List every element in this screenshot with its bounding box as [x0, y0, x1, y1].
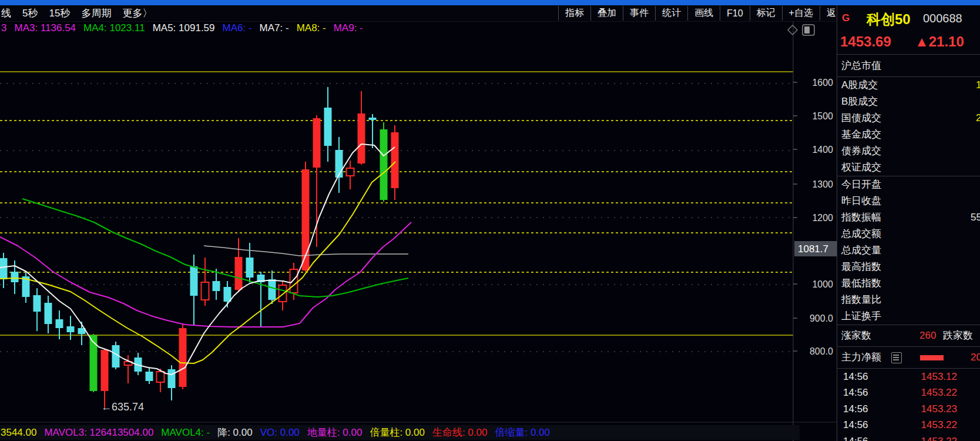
chart-toolbar: 线5秒15秒多周期更多〉 指标叠加事件统计画线F10标记+自选返回 [0, 5, 837, 22]
candle-body[interactable] [33, 295, 41, 312]
candle-body[interactable] [45, 303, 52, 324]
candle-body[interactable] [213, 281, 220, 291]
candle-body[interactable] [246, 258, 254, 278]
candle-body[interactable] [269, 279, 276, 300]
tick-time: 14:56 [843, 433, 868, 441]
indicator-token: 地量柱: 0.00 [307, 426, 363, 439]
tick-row: 14:561453.23 [837, 401, 980, 417]
menu-item-统计[interactable]: 统计 [655, 6, 687, 21]
price-change: ▲21.10 [915, 34, 964, 50]
axis-label: 1600 [812, 78, 833, 88]
menu-item-多周期[interactable]: 多周期 [81, 6, 111, 20]
ma-legend-value: MA9: - [334, 22, 363, 34]
axis-label: 800.0 [810, 346, 833, 356]
menu-item-标记[interactable]: 标记 [750, 6, 782, 21]
menu-item-F10[interactable]: F10 [720, 6, 750, 21]
menu-item-叠加[interactable]: 叠加 [590, 6, 623, 21]
candle-body[interactable] [146, 372, 153, 381]
quote-row-指数振幅: 指数振幅55 [837, 209, 980, 226]
menu-item-+自选[interactable]: +自选 [782, 6, 820, 21]
candle-body-hollow[interactable] [290, 269, 298, 293]
tick-time: 14:56 [843, 369, 868, 385]
candle-body[interactable] [101, 350, 109, 391]
candle-body[interactable] [56, 319, 63, 328]
candle-body[interactable] [11, 272, 19, 282]
ma-white [0, 144, 395, 375]
indicator-token: MAVOL4: - [161, 427, 210, 439]
indicator-token: 3544.00 [1, 427, 36, 439]
kline-chart-area[interactable]: 3MA3: 1136.54MA4: 1023.11MA5: 1091.59MA6… [0, 21, 837, 441]
menu-item-指标[interactable]: 指标 [558, 6, 590, 21]
tick-list[interactable]: 14:561453.1214:561453.2214:561453.2314:5… [837, 369, 980, 441]
tick-time: 14:56 [843, 385, 868, 400]
candle-body[interactable] [313, 118, 321, 168]
indicator-token: VO: 0.00 [260, 427, 300, 439]
menu-item-15秒[interactable]: 15秒 [49, 6, 70, 20]
menu-item-更多〉[interactable]: 更多〉 [122, 6, 152, 20]
quote-row-国债成交: 国债成交2 [837, 110, 980, 126]
axis-label: 900.0 [810, 313, 833, 323]
menu-item-线[interactable]: 线 [1, 6, 11, 20]
advancers-decliners-row: 涨家数 260 跌家数 [837, 325, 980, 347]
candle-body[interactable] [0, 258, 8, 279]
trading-terminal: 线5秒15秒多周期更多〉 指标叠加事件统计画线F10标记+自选返回 3MA3: … [0, 0, 980, 441]
detail-list-icon[interactable] [891, 352, 902, 363]
axis-label: 1200 [812, 213, 833, 223]
quote-row-label: 权证成交 [841, 162, 881, 173]
candlestick-chart[interactable]: 160015001400130012001000900.0800.01081.7… [0, 21, 837, 441]
diamond-icon[interactable] [788, 25, 797, 35]
ma-legend-value: MA3: 1136.54 [14, 22, 76, 34]
volume-indicator-legend: 3544.00MAVOL3: 126413504.00MAVOL4: -降: 0… [0, 425, 800, 440]
stock-name[interactable]: 科创50 [867, 10, 911, 29]
candle-body[interactable] [358, 113, 365, 163]
candle-body[interactable] [67, 326, 75, 332]
candle-body[interactable] [235, 257, 243, 290]
advancers-value: 260 [919, 325, 936, 346]
main-net-label: 主力净额 [841, 352, 881, 363]
candle-body[interactable] [369, 118, 377, 120]
candle-body-hollow[interactable] [279, 285, 287, 302]
menu-item-画线[interactable]: 画线 [687, 6, 720, 21]
quote-row-value: 1 [976, 77, 980, 93]
tick-price: 1453.22 [908, 433, 957, 441]
candle-body[interactable] [179, 328, 187, 387]
candle-body-hollow[interactable] [157, 372, 165, 382]
candle-body[interactable] [380, 129, 388, 200]
quote-row-label: 最高指数 [841, 261, 881, 272]
current-price-text: 1081.7 [798, 243, 828, 255]
quote-row-债券成交: 债券成交 [837, 143, 980, 159]
tick-time: 14:56 [843, 417, 868, 433]
ma-legend-value: MA4: 1023.11 [83, 22, 145, 34]
quote-row-value: 2 [976, 110, 980, 126]
stock-code: 000688 [923, 12, 962, 25]
candle-body[interactable] [168, 369, 176, 388]
candle-body[interactable] [224, 287, 231, 302]
quote-row-label: 最低指数 [841, 278, 881, 289]
menu-item-事件[interactable]: 事件 [623, 6, 655, 21]
menu-item-5秒[interactable]: 5秒 [22, 6, 38, 20]
axis-label: 1300 [812, 179, 833, 189]
candle-body[interactable] [190, 266, 198, 296]
quote-row-权证成交: 权证成交 [837, 159, 980, 176]
candle-body-hollow[interactable] [202, 282, 209, 300]
quote-row-value: 55 [971, 209, 980, 226]
quote-row-label: 指数量比 [841, 294, 881, 305]
candle-body[interactable] [391, 132, 399, 188]
candle-body[interactable] [90, 335, 98, 391]
candle-body[interactable] [324, 108, 332, 146]
ma-legend-value: MA6: - [223, 22, 252, 34]
quote-detail-rows: 沪总市值A股成交1B股成交国债成交2基金成交债券成交权证成交今日开盘昨日收盘指数… [837, 55, 980, 325]
indicator-token: 倍缩量: 0.00 [495, 426, 550, 439]
quote-row-label: 基金成交 [841, 129, 881, 140]
main-net-inflow-row[interactable]: 主力净额 20 [837, 347, 980, 369]
quote-row-label: 债券成交 [841, 145, 881, 156]
tick-price: 1453.23 [908, 401, 957, 417]
quote-row-上证换手: 上证换手 [837, 308, 980, 325]
quote-row-label: 昨日收盘 [841, 195, 881, 206]
window-title-bar[interactable] [0, 0, 980, 5]
low-point-annotation: ←635.74 [101, 401, 144, 413]
candle-body-hollow[interactable] [347, 168, 354, 176]
net-inflow-bar [920, 355, 944, 360]
quote-row-label: 今日开盘 [841, 179, 881, 190]
quote-row-最低指数: 最低指数 [837, 275, 980, 292]
